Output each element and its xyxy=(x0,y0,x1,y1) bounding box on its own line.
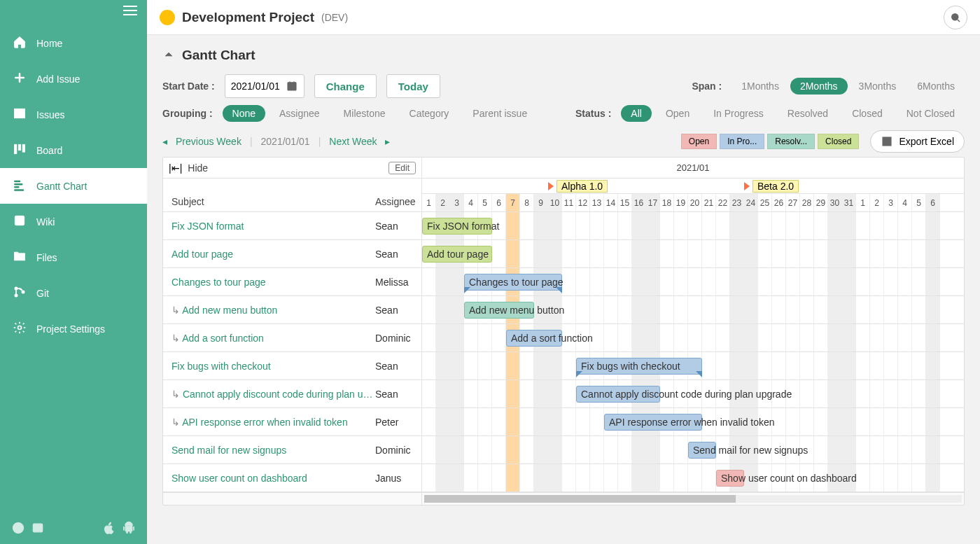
day-cell: 6 xyxy=(492,194,506,211)
status-opt-open[interactable]: Open xyxy=(656,105,699,122)
status-opt-resolved[interactable]: Resolved xyxy=(778,105,838,122)
apple-icon[interactable] xyxy=(102,521,116,537)
day-cell: 6 xyxy=(926,194,940,211)
sidebar-item-settings[interactable]: Project Settings xyxy=(0,311,147,347)
status-opt-inprogress[interactable]: In Progress xyxy=(704,105,774,122)
sidebar-item-gantt[interactable]: Gantt Chart xyxy=(0,168,147,204)
sidebar-item-home[interactable]: Home xyxy=(0,25,147,61)
task-subject-link[interactable]: Cannot apply discount code during plan u… xyxy=(172,389,375,400)
day-cell: 31 xyxy=(842,194,856,211)
grouping-opt-milestone[interactable]: Milestone xyxy=(334,105,396,122)
next-week-arrow[interactable]: ▸ xyxy=(385,136,390,147)
span-opt-3months[interactable]: 3Months xyxy=(849,78,906,95)
days-row: 1234567891011121314151617181920212223242… xyxy=(422,194,964,212)
search-icon[interactable] xyxy=(944,6,967,29)
sidebar-item-label: Project Settings xyxy=(36,323,105,335)
task-subject-link[interactable]: Changes to tour page xyxy=(172,277,375,288)
settings-icon xyxy=(13,321,27,337)
span-label: Span : xyxy=(692,81,722,92)
task-bar[interactable]: Cannot apply discount code during plan u… xyxy=(576,386,660,403)
hide-link[interactable]: Hide xyxy=(188,162,208,174)
status-opt-all[interactable]: All xyxy=(621,105,652,122)
help-icon[interactable] xyxy=(11,521,25,537)
startdate-input[interactable]: 2021/01/01 xyxy=(225,74,304,98)
task-subject-link[interactable]: API response error when invalid token xyxy=(172,417,375,428)
sidebar-item-label: Git xyxy=(36,288,49,299)
task-bar[interactable]: Send mail for new signups xyxy=(688,442,716,459)
sidebar-item-board[interactable]: Board xyxy=(0,132,147,168)
weeknav-current: 2021/01/01 xyxy=(261,136,310,147)
hscroll[interactable] xyxy=(163,492,964,505)
project-title: Development Project xyxy=(182,10,314,25)
task-bar[interactable]: Fix bugs with checkout xyxy=(576,358,702,375)
next-week-link[interactable]: Next Week xyxy=(329,136,377,147)
span-opt-1months[interactable]: 1Months xyxy=(732,78,789,95)
task-subject-link[interactable]: Fix bugs with checkout xyxy=(172,361,375,372)
task-assignee: Dominic xyxy=(375,445,421,456)
edit-button[interactable]: Edit xyxy=(388,162,416,174)
svg-rect-14 xyxy=(288,83,296,90)
task-subject-link[interactable]: Add a sort function xyxy=(172,333,375,344)
col-subject: Subject xyxy=(163,196,204,207)
task-assignee: Sean xyxy=(375,305,421,316)
task-subject-link[interactable]: Send mail for new signups xyxy=(172,445,375,456)
change-button[interactable]: Change xyxy=(314,74,377,98)
day-cell: 11 xyxy=(562,194,576,211)
grouping-opt-parentissue[interactable]: Parent issue xyxy=(463,105,537,122)
milestone-flag[interactable]: Beta 2.0 xyxy=(744,180,799,193)
task-subject-link[interactable]: Add tour page xyxy=(172,249,375,260)
sidebar-item-addissue[interactable]: Add Issue xyxy=(0,61,147,97)
milestone-flag[interactable]: Alpha 1.0 xyxy=(548,180,608,193)
sidebar-item-files[interactable]: Files xyxy=(0,239,147,275)
flag-icon xyxy=(548,182,554,190)
task-bar[interactable]: Add a sort function xyxy=(506,330,562,347)
task-bar-label: Add new menu button xyxy=(469,305,564,316)
svg-rect-15 xyxy=(883,137,891,146)
task-bar-row: Add new menu button xyxy=(422,296,964,324)
sidebar-item-wiki[interactable]: Wiki xyxy=(0,204,147,239)
sidebar-item-git[interactable]: Git xyxy=(0,275,147,311)
sidebar-item-label: Files xyxy=(36,252,57,263)
task-bar[interactable]: Add new menu button xyxy=(464,302,534,319)
day-cell: 16 xyxy=(632,194,646,211)
task-bar[interactable]: Add tour page xyxy=(422,246,492,263)
task-bar-label: Cannot apply discount code during plan u… xyxy=(581,389,792,400)
task-bar[interactable]: Show user count on dashboard xyxy=(716,470,744,487)
task-bar[interactable]: Changes to tour page xyxy=(464,274,562,291)
task-bar[interactable]: Fix JSON format xyxy=(422,218,492,235)
files-icon xyxy=(13,249,27,265)
task-bar-row: Add tour page xyxy=(422,240,964,268)
task-bar[interactable]: API response error when invalid token xyxy=(604,414,702,431)
board-icon xyxy=(13,142,27,158)
task-subject-link[interactable]: Add new menu button xyxy=(172,305,375,316)
export-label: Export Excel xyxy=(899,136,954,147)
task-subject-link[interactable]: Fix JSON format xyxy=(172,221,375,232)
menu-toggle-icon[interactable] xyxy=(123,6,137,15)
span-opt-6months[interactable]: 6Months xyxy=(907,78,965,95)
hide-arrow-icon[interactable]: |⇤| xyxy=(169,162,182,174)
book-icon[interactable] xyxy=(31,521,45,537)
grouping-opt-none[interactable]: None xyxy=(223,105,265,122)
span-opt-2months[interactable]: 2Months xyxy=(790,78,848,95)
collapse-icon[interactable] xyxy=(162,48,175,63)
task-bar-row: Show user count on dashboard xyxy=(422,464,964,492)
issues-icon xyxy=(13,106,27,123)
week-nav: ◂ Previous Week | 2021/01/01 | Next Week… xyxy=(162,136,390,147)
day-cell: 7 xyxy=(506,194,520,211)
task-bar-row: API response error when invalid token xyxy=(422,408,964,436)
prev-week-link[interactable]: Previous Week xyxy=(176,136,241,147)
status-opt-closed[interactable]: Closed xyxy=(842,105,892,122)
task-subject-link[interactable]: Show user count on dashboard xyxy=(172,473,375,484)
day-cell: 3 xyxy=(450,194,464,211)
prev-week-arrow[interactable]: ◂ xyxy=(162,136,167,147)
sidebar-item-issues[interactable]: Issues xyxy=(0,97,147,132)
export-excel-button[interactable]: Export Excel xyxy=(870,130,965,153)
status-opt-notclosed[interactable]: Not Closed xyxy=(897,105,965,122)
android-icon[interactable] xyxy=(122,521,136,537)
addissue-icon xyxy=(13,71,27,87)
task-row: Fix bugs with checkoutSean xyxy=(163,352,421,380)
grouping-opt-assignee[interactable]: Assignee xyxy=(270,105,330,122)
today-button[interactable]: Today xyxy=(386,74,440,98)
task-rows-left: Fix JSON formatSeanAdd tour pageSeanChan… xyxy=(163,212,422,492)
grouping-opt-category[interactable]: Category xyxy=(400,105,459,122)
